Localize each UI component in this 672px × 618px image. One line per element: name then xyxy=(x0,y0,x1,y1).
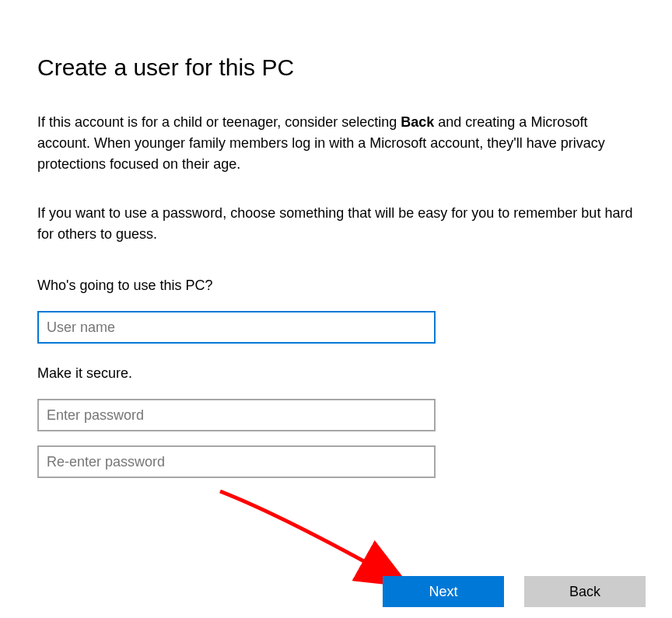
description-text: If this account is for a child or teenag… xyxy=(37,112,635,175)
password-confirm-input[interactable] xyxy=(37,445,436,478)
page-title: Create a user for this PC xyxy=(37,54,635,81)
secure-label: Make it secure. xyxy=(37,365,635,382)
who-label: Who's going to use this PC? xyxy=(37,278,635,294)
button-row: Next Back xyxy=(383,576,646,607)
description-bold: Back xyxy=(401,114,434,130)
password-input[interactable] xyxy=(37,399,436,431)
description-pre: If this account is for a child or teenag… xyxy=(37,114,401,130)
username-input[interactable] xyxy=(37,311,436,344)
next-button[interactable]: Next xyxy=(383,576,504,607)
description-text-2: If you want to use a password, choose so… xyxy=(37,203,635,245)
back-button[interactable]: Back xyxy=(524,576,646,607)
